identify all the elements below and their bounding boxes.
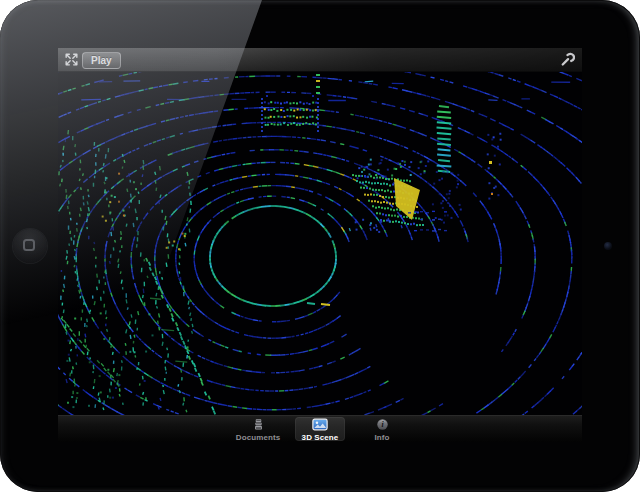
tab-documents[interactable]: Documents bbox=[232, 417, 284, 442]
tab-bar: Documents bbox=[58, 415, 582, 442]
wrench-icon bbox=[559, 51, 575, 70]
tab-documents-label: Documents bbox=[236, 433, 280, 442]
front-camera bbox=[604, 242, 612, 250]
play-button[interactable]: Play bbox=[82, 52, 121, 69]
toolbar: Play bbox=[58, 48, 582, 72]
home-button-square bbox=[23, 239, 35, 251]
fullscreen-button[interactable] bbox=[63, 53, 79, 68]
tab-info[interactable]: i Info bbox=[356, 417, 408, 442]
home-button[interactable] bbox=[13, 229, 47, 263]
toolbar-right-shade bbox=[58, 48, 582, 71]
screenshot-stage: Play bbox=[0, 0, 640, 492]
app-screen: Play bbox=[58, 48, 582, 442]
ipad-frame: Play bbox=[0, 0, 640, 492]
tab-3d-scene[interactable]: 3D Scene bbox=[294, 417, 346, 442]
tab-info-label: Info bbox=[374, 433, 389, 442]
expand-arrows-icon bbox=[64, 52, 79, 70]
lidar-point-cloud-scene[interactable] bbox=[58, 72, 582, 415]
info-circle-icon: i bbox=[376, 418, 389, 432]
photo-scene-icon bbox=[312, 418, 328, 432]
settings-button[interactable] bbox=[558, 52, 576, 69]
document-stack-icon bbox=[252, 418, 265, 432]
tab-3d-scene-label: 3D Scene bbox=[302, 433, 339, 442]
